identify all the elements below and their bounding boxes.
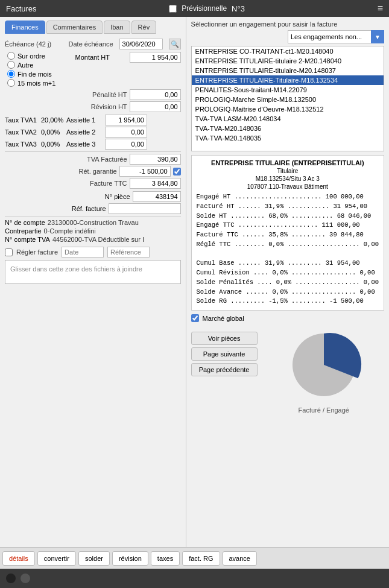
solder-button[interactable]: solder bbox=[78, 551, 110, 566]
bottom-toolbar: détails convertir solder révision taxes … bbox=[0, 547, 389, 569]
n-compte-tva-row: N° compte TVA 44562000-TVA Déductible su… bbox=[5, 236, 181, 243]
engagement-item-2[interactable]: ENTREPRISE TITULAIRE-titulaire 2-M20.148… bbox=[192, 56, 384, 66]
ret-garantie-label: Rét. garantie bbox=[79, 168, 117, 175]
taux-tva2-label: Taux TVA2 bbox=[5, 128, 39, 136]
penalite-ht-input[interactable] bbox=[130, 89, 181, 100]
menu-icon[interactable]: ≡ bbox=[378, 3, 383, 14]
ref-facture-input[interactable] bbox=[109, 203, 181, 214]
status-circle-1 bbox=[6, 574, 16, 583]
previsionnelle-label: Prévisionnelle bbox=[182, 4, 227, 13]
contrepartie-label: Contrepartie bbox=[5, 227, 42, 235]
date-echeance-input[interactable] bbox=[119, 39, 163, 49]
engagement-item-5[interactable]: PENALITES-Sous-traitant-M14.22079 bbox=[192, 85, 384, 95]
engagement-item-8[interactable]: TVA-TVA LASM-M20.148034 bbox=[192, 114, 384, 124]
previsionnelle-checkbox[interactable] bbox=[169, 5, 177, 13]
revision-ht-label: Révision HT bbox=[91, 103, 127, 110]
taux-tva3-row: Taux TVA3 0,00% Assiette 3 bbox=[5, 139, 181, 150]
revision-button[interactable]: révision bbox=[112, 551, 148, 566]
facture-ttc-input[interactable] bbox=[130, 178, 181, 189]
montant-ht-input[interactable] bbox=[130, 52, 181, 63]
ref-facture-row: Réf. facture bbox=[5, 203, 181, 214]
regler-label: Régler facture bbox=[16, 248, 58, 256]
voir-pieces-button[interactable]: Voir pièces bbox=[191, 332, 258, 345]
montant-ht-row: Montant HT bbox=[60, 52, 180, 63]
taux-tva1-row: Taux TVA1 20,00% Assiette 1 bbox=[5, 115, 181, 125]
engagement-item-9[interactable]: TVA-TVA-M20.148036 bbox=[192, 124, 384, 133]
tva-facturee-row: TVA Facturée bbox=[5, 154, 181, 165]
engagement-list[interactable]: ENTREPRISE CO-TRAITANT-ct1-M20.148040 EN… bbox=[191, 46, 384, 151]
detail-market: 107807.110-Travaux Bâtiment bbox=[197, 183, 379, 190]
tabs: Finances Commentaires Iban Rév bbox=[0, 17, 186, 34]
radio-fin-de-mois[interactable]: Fin de mois bbox=[7, 70, 55, 78]
assiette2-input[interactable] bbox=[105, 127, 147, 138]
assiette2-label: Assiette 2 bbox=[66, 128, 103, 136]
regler-reference-input[interactable] bbox=[107, 247, 150, 258]
marche-global-checkbox[interactable] bbox=[191, 314, 199, 322]
ret-garantie-input[interactable] bbox=[119, 166, 171, 177]
divider2 bbox=[5, 217, 181, 217]
regler-date-input[interactable] bbox=[62, 247, 104, 258]
search-button[interactable]: 🔍 bbox=[169, 39, 181, 49]
right-panel: Sélectionner un engagement pour saisir l… bbox=[186, 17, 389, 547]
app-title: Factures bbox=[6, 4, 37, 13]
pie-chart bbox=[285, 326, 363, 404]
divider1 bbox=[5, 151, 181, 152]
detail-lines: Engagé HT ....................... 100 00… bbox=[197, 192, 379, 306]
engagement-dropdown-row: Les engagements non... ▼ bbox=[191, 30, 384, 43]
ret-garantie-checkbox[interactable] bbox=[173, 168, 181, 175]
regler-section: Régler facture bbox=[5, 247, 181, 258]
radio-15-mois[interactable]: 15 mois m+1 bbox=[7, 79, 55, 87]
echeance-row: Échéance (42 j) Date échéance 🔍 bbox=[5, 39, 181, 49]
fact-rg-button[interactable]: fact. RG bbox=[182, 551, 220, 566]
revision-ht-input[interactable] bbox=[130, 101, 181, 112]
details-button[interactable]: détails bbox=[2, 551, 35, 566]
n-piece-input[interactable] bbox=[133, 191, 181, 202]
radio-sur-ordre[interactable]: Sur ordre bbox=[7, 52, 55, 60]
ref-facture-label: Réf. facture bbox=[72, 205, 106, 212]
drop-zone: Glisser dans cette zone des fichiers à j… bbox=[5, 260, 181, 284]
contrepartie-value: 0-Compte indéfini bbox=[44, 227, 96, 235]
tab-commentaires[interactable]: Commentaires bbox=[46, 21, 103, 34]
engagement-item-7[interactable]: PROLOGIQ-Maitrise d'Oeuvre-M18.132512 bbox=[192, 104, 384, 114]
marche-global-row: Marché global bbox=[191, 314, 384, 322]
status-bar bbox=[0, 569, 389, 588]
taux-tva3-pct: 0,00% bbox=[41, 141, 64, 148]
tab-iban[interactable]: Iban bbox=[104, 21, 130, 34]
assiette1-label: Assiette 1 bbox=[66, 116, 103, 124]
ret-garantie-row: Rét. garantie bbox=[5, 166, 181, 177]
bottom-right: Voir pièces Page suivante Page précédent… bbox=[191, 326, 384, 543]
assiette1-input[interactable] bbox=[105, 115, 147, 125]
assiette3-label: Assiette 3 bbox=[66, 141, 103, 148]
right-title: Sélectionner un engagement pour saisir l… bbox=[191, 21, 384, 28]
n-compte-tva-label: N° compte TVA bbox=[5, 236, 50, 243]
left-panel: Finances Commentaires Iban Rév Échéance … bbox=[0, 17, 186, 547]
tva-facturee-input[interactable] bbox=[130, 154, 181, 165]
radio-autre[interactable]: Autre bbox=[7, 61, 55, 69]
main-content: Finances Commentaires Iban Rév Échéance … bbox=[0, 17, 389, 547]
tab-rev[interactable]: Rév bbox=[131, 21, 157, 34]
engagement-select[interactable]: Les engagements non... bbox=[288, 30, 384, 43]
page-suivante-button[interactable]: Page suivante bbox=[191, 347, 258, 361]
engagement-item-6[interactable]: PROLOGIQ-Marche Simple-M18.132500 bbox=[192, 95, 384, 104]
avance-button[interactable]: avance bbox=[223, 551, 257, 566]
regler-checkbox[interactable] bbox=[5, 248, 13, 256]
taux-tva3-label: Taux TVA3 bbox=[5, 141, 39, 148]
chart-container: Facturé / Engagé bbox=[264, 326, 384, 414]
engagement-item-4[interactable]: ENTREPRISE TITULAIRE-Titulaire-M18.13253… bbox=[192, 75, 384, 85]
taux-tva1-label: Taux TVA1 bbox=[5, 116, 39, 124]
titlebar-center: Prévisionnelle N°3 bbox=[169, 4, 245, 13]
taux-tva2-row: Taux TVA2 0,00% Assiette 2 bbox=[5, 127, 181, 138]
page-precedente-button[interactable]: Page précédente bbox=[191, 363, 258, 376]
taxes-button[interactable]: taxes bbox=[151, 551, 180, 566]
assiette3-input[interactable] bbox=[105, 139, 147, 150]
engagement-item-1[interactable]: ENTREPRISE CO-TRAITANT-ct1-M20.148040 bbox=[192, 46, 384, 56]
n-compte-label: N° de compte bbox=[5, 219, 45, 226]
marche-global-label: Marché global bbox=[203, 315, 244, 322]
engagement-item-3[interactable]: ENTREPRISE TITULAIRE-titulaire-M20.14803… bbox=[192, 66, 384, 75]
facture-ttc-label: Facture TTC bbox=[90, 180, 127, 187]
titlebar: Factures Prévisionnelle N°3 ≡ bbox=[0, 0, 389, 17]
tab-finances[interactable]: Finances bbox=[5, 21, 45, 34]
convertir-button[interactable]: convertir bbox=[37, 551, 76, 566]
left-form: Échéance (42 j) Date échéance 🔍 Sur ordr… bbox=[0, 34, 186, 547]
engagement-item-10[interactable]: TVA-TVA-M20.148035 bbox=[192, 133, 384, 143]
